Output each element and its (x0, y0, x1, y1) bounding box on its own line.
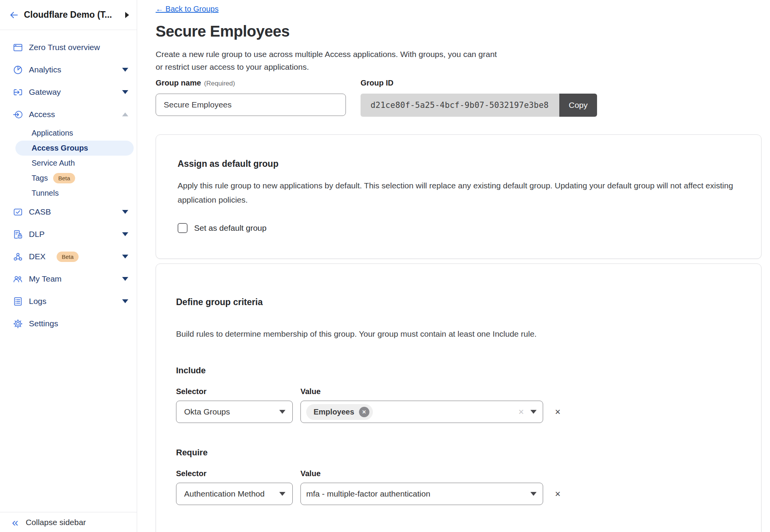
remove-require-rule-icon[interactable]: ✕ (555, 490, 561, 498)
sidebar-item-zero-trust-overview[interactable]: Zero Trust overview (0, 36, 137, 59)
sidebar-item-label: My Team (29, 274, 62, 284)
chevron-down-icon (279, 492, 285, 496)
sidebar-item-applications[interactable]: Applications (15, 126, 134, 141)
set-default-group-label: Set as default group (194, 223, 267, 233)
chevron-down-icon (122, 232, 128, 236)
sidebar-item-label: DEX (29, 252, 45, 261)
back-to-groups-link[interactable]: ← Back to Groups (156, 5, 218, 13)
back-arrow-icon[interactable] (8, 10, 18, 20)
collapse-sidebar-button[interactable]: « Collapse sidebar (0, 512, 137, 532)
define-criteria-body: Build rules to determine membership of t… (176, 327, 740, 341)
account-switcher[interactable]: Cloudflare Demo (T... (0, 0, 137, 30)
sidebar-item-analytics[interactable]: Analytics (0, 59, 137, 81)
group-name-field-group: Group name(Required) (156, 79, 346, 117)
sidebar-item-access-groups[interactable]: Access Groups (15, 141, 134, 156)
sidebar-item-tags[interactable]: Tags Beta (15, 171, 134, 186)
collapse-sidebar-label: Collapse sidebar (26, 518, 86, 527)
sidebar-item-label: Service Auth (32, 159, 75, 168)
sidebar-item-label: Access Groups (32, 144, 88, 153)
sidebar-item-dex[interactable]: DEX Beta (0, 245, 137, 268)
dashboard-window-icon (13, 42, 23, 53)
network-nodes-icon (13, 252, 23, 262)
group-name-label: Group name (156, 79, 201, 87)
group-name-input[interactable] (156, 94, 346, 116)
sidebar-item-dlp[interactable]: DLP (0, 223, 137, 245)
group-id-field-group: Group ID d21ce80f-5a25-4bcf-9b07-5032197… (361, 79, 597, 117)
team-people-icon (13, 274, 23, 284)
set-default-group-checkbox[interactable] (178, 223, 188, 233)
define-group-criteria-card: Define group criteria Build rules to det… (156, 263, 762, 532)
page-description: Create a new rule group to use across mu… (156, 48, 770, 73)
include-selector-dropdown[interactable]: Okta Groups (176, 401, 293, 423)
assign-default-group-body: Apply this rule group to new application… (178, 178, 740, 207)
assign-default-group-card: Assign as default group Apply this rule … (156, 134, 762, 259)
sidebar-item-label: DLP (29, 230, 45, 239)
chip-remove-icon[interactable]: ✕ (359, 407, 369, 417)
access-login-icon (13, 109, 23, 120)
expand-account-icon[interactable] (125, 12, 129, 18)
chevron-down-icon (122, 90, 128, 94)
require-labels-row: Selector Value (176, 469, 740, 478)
main-content: ← Back to Groups Secure Employees Create… (138, 0, 770, 532)
chevron-down-icon (122, 210, 128, 214)
group-id-wrap: d21ce80f-5a25-4bcf-9b07-5032197e3be8 Cop… (361, 94, 597, 117)
pie-chart-icon (13, 65, 23, 75)
include-selector-label: Selector (176, 387, 300, 396)
sidebar-nav: Zero Trust overview Analytics Gateway Ac… (0, 30, 137, 335)
chevron-down-icon (122, 68, 128, 72)
employees-chip-label: Employees (314, 408, 354, 416)
chevron-down-icon (122, 299, 128, 303)
gear-icon (13, 319, 23, 329)
sidebar-item-label: Tags (32, 174, 48, 183)
group-name-label-row: Group name(Required) (156, 79, 346, 87)
clear-value-icon[interactable]: ✕ (518, 408, 524, 416)
chevron-down-icon (122, 255, 128, 258)
sidebar-item-service-auth[interactable]: Service Auth (15, 156, 134, 171)
page-description-line2: or restrict user access to your applicat… (156, 60, 770, 73)
sidebar-item-tunnels[interactable]: Tunnels (15, 186, 134, 201)
chevron-down-icon (530, 492, 537, 496)
sidebar-item-my-team[interactable]: My Team (0, 268, 137, 290)
sidebar-item-casb[interactable]: CASB (0, 201, 137, 223)
sidebar-item-label: Access (29, 110, 55, 119)
account-name: Cloudflare Demo (T... (24, 10, 112, 20)
include-labels-row: Selector Value (176, 387, 740, 396)
sidebar-item-label: Settings (29, 319, 58, 328)
sidebar-item-access[interactable]: Access (0, 103, 137, 126)
page-description-line1: Create a new rule group to use across mu… (156, 48, 770, 60)
sidebar-item-label: Zero Trust overview (29, 43, 100, 52)
include-rule-row: Okta Groups Employees ✕ ✕ ✕ (176, 401, 740, 423)
group-id-label: Group ID (361, 79, 394, 87)
require-value-dropdown[interactable]: mfa - multiple-factor authentication (300, 483, 543, 505)
beta-badge: Beta (53, 173, 75, 183)
require-selector-dropdown[interactable]: Authentication Method (176, 483, 293, 505)
sidebar: Cloudflare Demo (T... Zero Trust overvie… (0, 0, 137, 532)
require-heading: Require (176, 448, 740, 458)
sidebar-item-label: Logs (29, 297, 47, 306)
page-title: Secure Employees (156, 23, 770, 40)
chevron-down-icon (279, 410, 285, 414)
sidebar-item-label: Analytics (29, 65, 61, 74)
require-selector-label: Selector (176, 469, 300, 478)
assign-default-body-line2: application policies. (178, 193, 740, 207)
logs-list-icon (13, 296, 23, 307)
sidebar-item-gateway[interactable]: Gateway (0, 81, 137, 103)
beta-badge: Beta (57, 252, 79, 262)
sidebar-item-label: Gateway (29, 87, 61, 97)
group-id-value: d21ce80f-5a25-4bcf-9b07-5032197e3be8 (361, 94, 559, 117)
assign-default-body-line1: Apply this rule group to new application… (178, 178, 740, 193)
require-selector-value: Authentication Method (184, 489, 265, 498)
require-rule-row: Authentication Method mfa - multiple-fac… (176, 483, 740, 505)
copy-button[interactable]: Copy (559, 94, 597, 117)
sidebar-item-logs[interactable]: Logs (0, 290, 137, 312)
remove-include-rule-icon[interactable]: ✕ (555, 408, 561, 416)
employees-chip: Employees ✕ (306, 404, 373, 420)
include-value-multiselect[interactable]: Employees ✕ ✕ (300, 401, 543, 423)
chevron-down-icon (530, 410, 537, 414)
sidebar-item-label: Applications (32, 129, 73, 138)
include-value-label: Value (300, 387, 320, 396)
define-criteria-title: Define group criteria (176, 297, 740, 307)
require-value: mfa - multiple-factor authentication (306, 489, 430, 498)
collapse-chevrons-icon: « (12, 518, 18, 527)
sidebar-item-settings[interactable]: Settings (0, 312, 137, 335)
